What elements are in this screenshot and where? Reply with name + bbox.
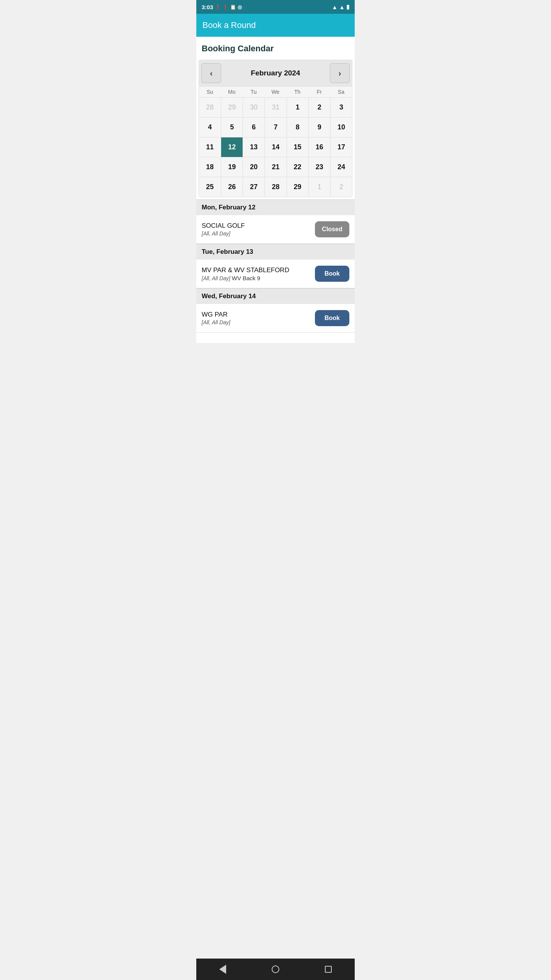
event-name: WG PAR [202,311,315,318]
event-item: SOCIAL GOLF[All, All Day]Closed [196,215,355,244]
weekday-su: Su [199,87,221,97]
event-info: SOCIAL GOLF[All, All Day] [202,222,315,237]
app-bar: Book a Round [196,14,355,37]
day-header: Mon, February 12 [196,199,355,215]
event-details: [All, All Day] [202,319,315,325]
calendar-day[interactable]: 14 [264,137,286,157]
book-button[interactable]: Book [315,266,349,282]
app-title: Book a Round [202,20,256,30]
calendar-weekdays: Su Mo Tu We Th Fr Sa [199,86,352,97]
day-header: Wed, February 14 [196,288,355,304]
calendar-day[interactable]: 21 [264,157,286,177]
calendar-day[interactable]: 8 [287,117,308,137]
calendar-day[interactable]: 28 [199,97,221,117]
event-details: [All, All Day] [202,230,315,237]
signal-icon: ▲ [339,4,345,10]
calendar-day[interactable]: 26 [221,177,243,197]
calendar-day[interactable]: 4 [199,117,221,137]
event-name: MV PAR & WV STABLEFORD [202,266,315,274]
closed-button[interactable]: Closed [315,221,349,237]
event-item: WG PAR[All, All Day]Book [196,304,355,333]
event-info: MV PAR & WV STABLEFORD[All, All Day] WV … [202,266,315,281]
section-title: Booking Calendar [196,37,355,57]
battery-icon: ▮ [346,3,349,10]
event-name: SOCIAL GOLF [202,222,315,230]
clipboard-icon: 📋 [230,4,236,10]
calendar-day[interactable]: 24 [330,157,352,177]
event-item: MV PAR & WV STABLEFORD[All, All Day] WV … [196,260,355,288]
event-info: WG PAR[All, All Day] [202,311,315,325]
notification2-icon: ❗ [222,4,228,10]
status-bar: 3:03 ❗ ❗ 📋 ◎ ▲ ▲ ▮ [196,0,355,14]
time-label: 3:03 [202,4,213,10]
calendar-day[interactable]: 2 [308,97,330,117]
calendar-day[interactable]: 10 [330,117,352,137]
day-header: Tue, February 13 [196,244,355,260]
calendar-day[interactable]: 18 [199,157,221,177]
circle-logo-icon: ◎ [238,4,242,10]
calendar-day[interactable]: 27 [243,177,264,197]
page-content: Booking Calendar ‹ February 2024 › Su Mo… [196,37,355,343]
calendar: ‹ February 2024 › Su Mo Tu We Th Fr Sa 2… [199,60,352,197]
calendar-day[interactable]: 29 [287,177,308,197]
next-month-button[interactable]: › [330,63,350,83]
weekday-tu: Tu [243,87,264,97]
month-title: February 2024 [223,69,328,77]
calendar-day[interactable]: 15 [287,137,308,157]
calendar-header: ‹ February 2024 › [199,60,352,86]
calendar-day[interactable]: 25 [199,177,221,197]
calendar-day[interactable]: 9 [308,117,330,137]
calendar-day[interactable]: 29 [221,97,243,117]
calendar-day[interactable]: 3 [330,97,352,117]
calendar-day[interactable]: 20 [243,157,264,177]
calendar-day[interactable]: 2 [330,177,352,197]
weekday-mo: Mo [221,87,243,97]
calendar-day[interactable]: 22 [287,157,308,177]
weekday-sa: Sa [330,87,352,97]
weekday-fr: Fr [308,87,330,97]
book-button[interactable]: Book [315,310,349,326]
event-details: [All, All Day] WV Back 9 [202,275,315,281]
calendar-day[interactable]: 19 [221,157,243,177]
calendar-day[interactable]: 16 [308,137,330,157]
events-section: Mon, February 12SOCIAL GOLF[All, All Day… [196,199,355,333]
calendar-day[interactable]: 1 [308,177,330,197]
calendar-day[interactable]: 31 [264,97,286,117]
calendar-day[interactable]: 12 [221,137,243,157]
calendar-day[interactable]: 1 [287,97,308,117]
calendar-day[interactable]: 13 [243,137,264,157]
calendar-day[interactable]: 7 [264,117,286,137]
status-bar-left: 3:03 ❗ ❗ 📋 ◎ [202,4,242,10]
status-bar-right: ▲ ▲ ▮ [332,3,349,10]
wifi-icon: ▲ [332,4,337,10]
calendar-day[interactable]: 11 [199,137,221,157]
weekday-we: We [264,87,286,97]
calendar-day[interactable]: 17 [330,137,352,157]
calendar-grid: 2829303112345678910111213141516171819202… [199,97,352,197]
calendar-day[interactable]: 28 [264,177,286,197]
calendar-day[interactable]: 5 [221,117,243,137]
weekday-th: Th [287,87,308,97]
calendar-day[interactable]: 23 [308,157,330,177]
prev-month-button[interactable]: ‹ [201,63,221,83]
notification-icon: ❗ [215,4,221,10]
calendar-day[interactable]: 6 [243,117,264,137]
calendar-day[interactable]: 30 [243,97,264,117]
